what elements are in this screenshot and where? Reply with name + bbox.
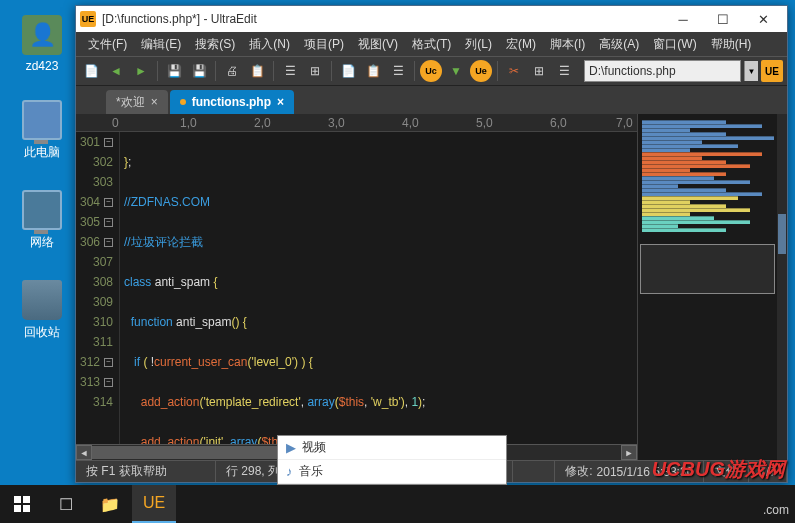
desktop-icon-label: 回收站 xyxy=(12,324,72,341)
menu-advanced[interactable]: 高级(A) xyxy=(593,34,645,55)
watermark: UCBUG游戏网 xyxy=(652,456,785,483)
menu-script[interactable]: 脚本(I) xyxy=(544,34,591,55)
separator xyxy=(414,61,415,81)
menu-search[interactable]: 搜索(S) xyxy=(189,34,241,55)
ruler-mark: 6,0 xyxy=(550,116,567,130)
ruler-mark: 4,0 xyxy=(402,116,419,130)
menu-format[interactable]: 格式(T) xyxy=(406,34,457,55)
ruler-mark: 5,0 xyxy=(476,116,493,130)
tab-bar: *欢迎 × functions.php × xyxy=(76,86,787,114)
tool-button[interactable]: ☰ xyxy=(387,60,409,82)
ue-button[interactable]: Ue xyxy=(470,60,492,82)
back-button[interactable]: ◄ xyxy=(105,60,127,82)
menu-project[interactable]: 项目(P) xyxy=(298,34,350,55)
ruler-mark: 7,0 xyxy=(616,116,633,130)
separator xyxy=(497,61,498,81)
minimap[interactable]: ▬▬▬▬▬▬▬▬▬▬▬▬▬▬▬▬▬▬▬▬▬▬▬▬▬▬▬▬▬▬▬▬▬▬▬▬▬▬▬▬… xyxy=(637,114,787,460)
saveas-button[interactable]: 💾 xyxy=(188,60,210,82)
desktop-icon-network[interactable]: 网络 xyxy=(12,190,72,251)
explorer-taskbar-button[interactable]: 📁 xyxy=(88,485,132,523)
separator xyxy=(157,61,158,81)
menu-file[interactable]: 文件(F) xyxy=(82,34,133,55)
separator xyxy=(273,61,274,81)
grid-button[interactable]: ⊞ xyxy=(528,60,550,82)
ultraedit-taskbar-button[interactable]: UE xyxy=(132,485,176,523)
user-icon: 👤 xyxy=(22,15,62,55)
separator xyxy=(215,61,216,81)
menu-insert[interactable]: 插入(N) xyxy=(243,34,296,55)
video-icon: ▶ xyxy=(286,440,296,455)
code-area[interactable]: 301− 302 303 304− 305− 306− 307 308 309 … xyxy=(76,132,637,444)
menu-view[interactable]: 视图(V) xyxy=(352,34,404,55)
uc-button[interactable]: Uc xyxy=(420,60,442,82)
path-text: D:\functions.php xyxy=(589,64,676,78)
explorer-panel[interactable]: ▶视频 ♪音乐 xyxy=(277,435,507,485)
desktop-icon-zd423[interactable]: 👤 zd423 xyxy=(12,15,72,73)
tool-button[interactable]: ⊞ xyxy=(304,60,326,82)
tray-text: .com xyxy=(763,503,789,517)
minimap-thumb[interactable] xyxy=(778,214,786,254)
desktop-icon-recyclebin[interactable]: 回收站 xyxy=(12,280,72,341)
menu-edit[interactable]: 编辑(E) xyxy=(135,34,187,55)
path-input[interactable]: D:\functions.php xyxy=(584,60,741,82)
minimap-viewport[interactable] xyxy=(640,244,775,294)
menubar: 文件(F) 编辑(E) 搜索(S) 插入(N) 项目(P) 视图(V) 格式(T… xyxy=(76,32,787,56)
forward-button[interactable]: ► xyxy=(130,60,152,82)
new-file-button[interactable]: 📄 xyxy=(80,60,102,82)
print-button[interactable]: 🖨 xyxy=(221,60,243,82)
ue-logo-button[interactable]: UE xyxy=(761,60,783,82)
scroll-right-button[interactable]: ► xyxy=(621,445,637,460)
titlebar[interactable]: UE [D:\functions.php*] - UltraEdit ─ ☐ ✕ xyxy=(76,6,787,32)
ruler-mark: 3,0 xyxy=(328,116,345,130)
menu-column[interactable]: 列(L) xyxy=(459,34,498,55)
taskbar: ☐ 📁 UE xyxy=(0,485,795,523)
network-icon xyxy=(22,190,62,230)
tab-functions[interactable]: functions.php × xyxy=(170,90,294,114)
menu-window[interactable]: 窗口(W) xyxy=(647,34,702,55)
close-button[interactable]: ✕ xyxy=(743,6,783,32)
separator xyxy=(331,61,332,81)
minimize-button[interactable]: ─ xyxy=(663,6,703,32)
fold-icon[interactable]: − xyxy=(104,218,113,227)
fold-icon[interactable]: − xyxy=(104,358,113,367)
list-button[interactable]: ☰ xyxy=(553,60,575,82)
fold-icon[interactable]: − xyxy=(104,378,113,387)
taskview-button[interactable]: ☐ xyxy=(44,485,88,523)
editor-container: 0 1,0 2,0 3,0 4,0 5,0 6,0 7,0 301− 302 3… xyxy=(76,114,787,460)
ruler-mark: 1,0 xyxy=(180,116,197,130)
start-button[interactable] xyxy=(0,485,44,523)
ruler: 0 1,0 2,0 3,0 4,0 5,0 6,0 7,0 xyxy=(76,114,637,132)
desktop-icon-label: 网络 xyxy=(12,234,72,251)
tab-close-icon[interactable]: × xyxy=(277,95,284,109)
desktop-icon-label: 此电脑 xyxy=(12,144,72,161)
app-icon: UE xyxy=(80,11,96,27)
code-text[interactable]: }; //ZDFNAS.COM //垃圾评论拦截 class anti_spam… xyxy=(120,132,637,444)
pc-icon xyxy=(22,100,62,140)
explorer-item-music[interactable]: ♪音乐 xyxy=(278,460,506,484)
line-gutter: 301− 302 303 304− 305− 306− 307 308 309 … xyxy=(76,132,120,444)
toolbar: 📄 ◄ ► 💾 💾 🖨 📋 ☰ ⊞ 📄 📋 ☰ Uc ▼ Ue ✂ ⊞ ☰ D:… xyxy=(76,56,787,86)
ruler-mark: 2,0 xyxy=(254,116,271,130)
print-preview-button[interactable]: 📋 xyxy=(246,60,268,82)
tab-welcome[interactable]: *欢迎 × xyxy=(106,90,168,114)
fold-icon[interactable]: − xyxy=(104,138,113,147)
tab-close-icon[interactable]: × xyxy=(151,95,158,109)
scroll-left-button[interactable]: ◄ xyxy=(76,445,92,460)
recycle-bin-icon xyxy=(22,280,62,320)
tool-button[interactable]: ☰ xyxy=(279,60,301,82)
minimap-scrollbar[interactable] xyxy=(777,114,787,460)
cut-button[interactable]: ✂ xyxy=(503,60,525,82)
menu-help[interactable]: 帮助(H) xyxy=(705,34,758,55)
fold-icon[interactable]: − xyxy=(104,238,113,247)
path-dropdown-button[interactable]: ▼ xyxy=(744,61,758,81)
fold-icon[interactable]: − xyxy=(104,198,113,207)
system-tray[interactable]: .com xyxy=(763,503,789,517)
menu-macro[interactable]: 宏(M) xyxy=(500,34,542,55)
paste-button[interactable]: 📋 xyxy=(362,60,384,82)
desktop-icon-thispc[interactable]: 此电脑 xyxy=(12,100,72,161)
copy-button[interactable]: 📄 xyxy=(337,60,359,82)
maximize-button[interactable]: ☐ xyxy=(703,6,743,32)
down-button[interactable]: ▼ xyxy=(445,60,467,82)
save-button[interactable]: 💾 xyxy=(163,60,185,82)
explorer-item-video[interactable]: ▶视频 xyxy=(278,436,506,460)
